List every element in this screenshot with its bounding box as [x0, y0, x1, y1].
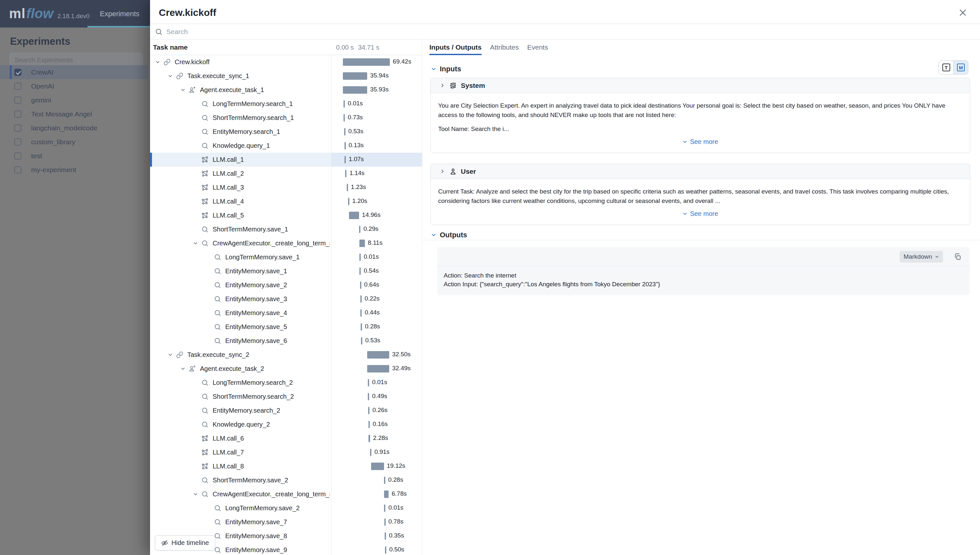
span-row[interactable]: Task.execute_sync_232.50s [150, 348, 422, 362]
link-icon [163, 58, 171, 66]
system-card-header[interactable]: System [431, 78, 970, 93]
span-row[interactable]: EntityMemory.search_10.53s [150, 125, 422, 139]
span-row[interactable]: LongTermMemory.search_10.01s [150, 97, 422, 111]
span-row[interactable]: ShortTermMemory.save_10.29s [150, 222, 422, 236]
span-row[interactable]: LLM.call_11.07s [150, 153, 422, 167]
timeline-cell: 0.16s [331, 417, 422, 431]
span-tree-panel: Task name 0.00 s 34.71 s Crew.kickoff69.… [150, 40, 422, 555]
chevron-down-icon[interactable] [180, 87, 189, 93]
span-name: LongTermMemory.save_2 [225, 504, 330, 512]
span-row[interactable]: EntityMemory.save_70.78s [150, 515, 422, 529]
timeline-cell: 0.73s [331, 111, 422, 125]
experiment-checkbox[interactable] [14, 96, 21, 104]
experiment-list-item[interactable]: test [0, 149, 147, 163]
span-row[interactable]: Agent.execute_task_232.49s [150, 362, 422, 376]
timeline-cell: 2.28s [331, 431, 422, 446]
experiment-checkbox[interactable] [14, 83, 21, 90]
see-more-link[interactable]: See more [438, 138, 962, 146]
span-row[interactable]: LLM.call_514.96s [150, 209, 422, 222]
span-row[interactable]: Task.execute_sync_135.94s [150, 69, 422, 83]
span-row[interactable]: EntityMemory.save_40.44s [150, 306, 422, 320]
output-line: Action Input: {"search_query":"Los Angel… [444, 280, 963, 289]
span-row[interactable]: LongTermMemory.save_10.01s [150, 250, 422, 264]
span-row[interactable]: LLM.call_70.91s [150, 446, 422, 459]
span-row[interactable]: LLM.call_819.12s [150, 459, 422, 473]
tab-events[interactable]: Events [527, 40, 548, 55]
close-icon[interactable] [956, 6, 970, 19]
span-row[interactable]: LongTermMemory.save_20.01s [150, 501, 422, 515]
text-view-button[interactable]: T [939, 61, 953, 74]
experiment-checkbox[interactable] [14, 138, 21, 146]
search-icon [201, 114, 209, 122]
chevron-down-icon[interactable] [168, 352, 176, 358]
experiment-checkbox[interactable] [14, 166, 21, 173]
experiment-list-item[interactable]: custom_library [0, 135, 147, 149]
span-row[interactable]: EntityMemory.save_10.54s [150, 264, 422, 278]
message-body: You are City Selection Expert. An expert… [431, 93, 970, 153]
duration-label: 0.64s [364, 281, 379, 288]
span-row[interactable]: LLM.call_31.23s [150, 181, 422, 194]
navbar-item-experiments[interactable]: Experiments [88, 0, 152, 27]
tab-inputs-outputs[interactable]: Inputs / Outputs [429, 40, 482, 55]
span-row[interactable]: EntityMemory.search_20.26s [150, 404, 422, 417]
span-row[interactable]: ShortTermMemory.save_20.28s [150, 473, 422, 487]
markdown-view-button[interactable]: M [953, 61, 968, 74]
experiment-checkbox[interactable] [14, 152, 21, 159]
experiment-name: custom_library [31, 138, 75, 146]
message-text: You are City Selection Expert. An expert… [438, 101, 962, 120]
span-row[interactable]: EntityMemory.save_60.53s [150, 334, 422, 348]
trace-detail-drawer: Crew.kickoff Search Task name 0.00 s 34.… [150, 0, 980, 555]
span-name: LLM.call_3 [213, 184, 330, 191]
chevron-down-icon[interactable] [155, 59, 163, 65]
chevron-down-icon[interactable] [168, 73, 176, 79]
see-more-link[interactable]: See more [438, 210, 962, 218]
experiment-checkbox[interactable] [14, 111, 21, 118]
experiment-list-item[interactable]: langchain_modelcode [0, 121, 147, 135]
timeline-cell: 0.01s [331, 97, 422, 111]
span-row[interactable]: LLM.call_62.28s [150, 431, 422, 446]
span-row[interactable]: LongTermMemory.search_20.01s [150, 376, 422, 390]
timeline-cell: 35.93s [331, 83, 422, 97]
chevron-down-icon[interactable] [180, 366, 189, 372]
span-row[interactable]: Crew.kickoff69.42s [150, 55, 422, 69]
span-detail-panel: Inputs / OutputsAttributesEvents Inputs … [422, 40, 980, 555]
timeline-cell: 35.94s [331, 69, 422, 83]
span-name: Task.execute_sync_1 [187, 72, 330, 80]
span-row[interactable]: ShortTermMemory.search_20.49s [150, 390, 422, 404]
span-row[interactable]: ShortTermMemory.search_10.73s [150, 111, 422, 125]
span-row[interactable]: CrewAgentExecutor._create_long_term_memo… [150, 487, 422, 501]
experiment-list-item[interactable]: CrewAI [0, 65, 147, 79]
chevron-down-icon[interactable] [193, 241, 201, 246]
span-row[interactable]: LLM.call_41.20s [150, 194, 422, 209]
format-select[interactable]: Markdown [900, 251, 943, 263]
span-row[interactable]: Agent.execute_task_135.93s [150, 83, 422, 97]
span-row[interactable]: Knowledge.query_20.16s [150, 417, 422, 431]
experiment-list-item[interactable]: gemini [0, 93, 147, 107]
copy-icon[interactable] [954, 253, 962, 261]
experiment-checkbox[interactable] [14, 125, 21, 132]
trace-search-input[interactable]: Search [150, 24, 980, 40]
duration-label: 69.42s [393, 58, 411, 65]
duration-bar [349, 212, 359, 219]
timeline-cell: 0.54s [331, 264, 422, 278]
experiment-list-item[interactable]: OpenAI [0, 79, 147, 93]
experiment-checkbox[interactable] [14, 69, 21, 76]
hide-timeline-button[interactable]: Hide timeline [155, 535, 215, 550]
llm-icon [201, 198, 209, 205]
chevron-down-icon[interactable] [193, 491, 201, 497]
duration-bar [370, 449, 372, 456]
experiment-list-item[interactable]: my-experiment [0, 163, 147, 177]
outputs-section-header[interactable]: Outputs [431, 231, 467, 239]
duration-label: 8.11s [368, 239, 383, 246]
span-row[interactable]: EntityMemory.save_20.64s [150, 278, 422, 292]
span-row[interactable]: Knowledge.query_10.13s [150, 139, 422, 153]
tab-attributes[interactable]: Attributes [490, 40, 519, 55]
span-name: CrewAgentExecutor._create_long_term_memo… [213, 239, 330, 247]
span-row[interactable]: CrewAgentExecutor._create_long_term_memo… [150, 236, 422, 250]
span-row[interactable]: EntityMemory.save_50.28s [150, 320, 422, 334]
inputs-section-header[interactable]: Inputs [431, 65, 461, 73]
user-card-header[interactable]: User [431, 164, 970, 179]
span-row[interactable]: EntityMemory.save_30.22s [150, 292, 422, 306]
experiment-list-item[interactable]: Text Message Angel [0, 107, 147, 121]
span-row[interactable]: LLM.call_21.14s [150, 167, 422, 181]
